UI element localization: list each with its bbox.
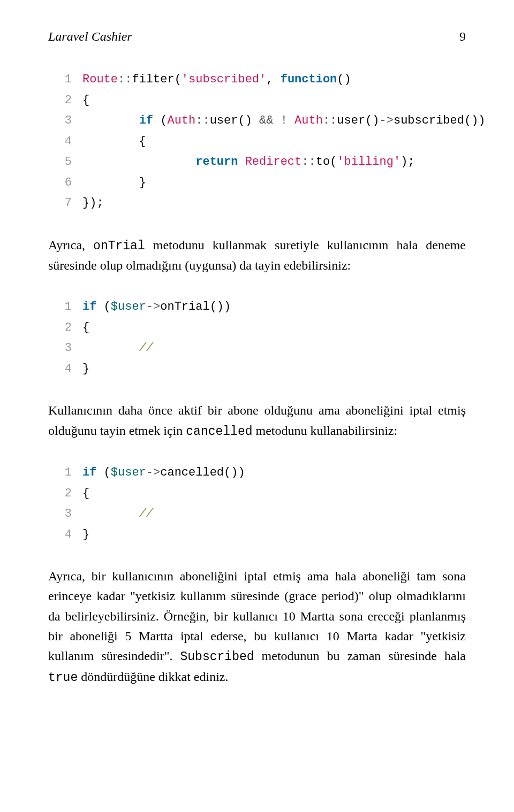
line-number: 6	[48, 173, 82, 194]
code-content: });	[82, 193, 104, 214]
text: metodunun bu zaman süresinde hala	[254, 649, 466, 663]
code-line: 4}	[48, 525, 466, 546]
line-number: 7	[48, 193, 82, 214]
inline-code: cancelled	[186, 425, 252, 439]
code-content: //	[82, 338, 153, 359]
line-number: 3	[48, 338, 82, 359]
code-content: }	[82, 173, 146, 194]
page-number: 9	[459, 29, 466, 44]
code-line: 3 //	[48, 504, 466, 525]
code-content: //	[82, 504, 153, 525]
code-content: }	[82, 359, 89, 380]
page: Laravel Cashier 9 1Route::filter('subscr…	[0, 0, 514, 812]
code-content: Route::filter('subscribed', function()	[82, 70, 351, 90]
line-number: 4	[48, 132, 82, 152]
code-content: }	[82, 525, 89, 546]
code-line: 1if ($user->cancelled())	[48, 463, 466, 484]
inline-code: onTrial	[93, 239, 145, 253]
line-number: 3	[48, 504, 82, 525]
code-line: 3 if (Auth::user() && ! Auth::user()->su…	[48, 111, 466, 132]
code-content: if ($user->cancelled())	[82, 463, 245, 484]
page-header: Laravel Cashier 9	[48, 29, 466, 44]
line-number: 1	[48, 70, 82, 90]
code-content: {	[82, 132, 146, 152]
line-number: 5	[48, 152, 82, 173]
code-line: 2{	[48, 90, 466, 111]
code-line: 4}	[48, 359, 466, 380]
code-content: {	[82, 318, 89, 339]
text: döndürdüğüne dikkat ediniz.	[78, 670, 228, 684]
inline-code: true	[48, 671, 78, 685]
code-content: {	[82, 90, 89, 111]
line-number: 2	[48, 90, 82, 111]
header-title: Laravel Cashier	[48, 29, 132, 44]
code-block-3: 1if ($user->cancelled())2{3 //4}	[48, 463, 466, 545]
code-content: {	[82, 484, 89, 504]
line-number: 4	[48, 359, 82, 380]
paragraph-3: Ayrıca, bir kullanıcının aboneliğini ipt…	[48, 566, 466, 687]
paragraph-1: Ayrıca, onTrial metodunu kullanmak suret…	[48, 235, 466, 276]
code-content: if ($user->onTrial())	[82, 297, 231, 318]
code-block-1: 1Route::filter('subscribed', function()2…	[48, 70, 466, 214]
code-line: 2{	[48, 318, 466, 339]
line-number: 2	[48, 484, 82, 504]
code-line: 3 //	[48, 338, 466, 359]
text: metodunu kullanabilirsiniz:	[253, 424, 398, 438]
line-number: 4	[48, 525, 82, 546]
code-line: 1Route::filter('subscribed', function()	[48, 70, 466, 90]
code-line: 4 {	[48, 132, 466, 152]
text: Ayrıca,	[48, 238, 93, 252]
line-number: 1	[48, 463, 82, 484]
code-line: 2{	[48, 484, 466, 504]
code-content: if (Auth::user() && ! Auth::user()->subs…	[82, 111, 486, 132]
code-line: 6 }	[48, 173, 466, 194]
line-number: 1	[48, 297, 82, 318]
line-number: 3	[48, 111, 82, 132]
line-number: 2	[48, 318, 82, 339]
code-line: 7});	[48, 193, 466, 214]
code-block-2: 1if ($user->onTrial())2{3 //4}	[48, 297, 466, 379]
code-line: 5 return Redirect::to('billing');	[48, 152, 466, 173]
code-content: return Redirect::to('billing');	[82, 152, 415, 173]
code-line: 1if ($user->onTrial())	[48, 297, 466, 318]
paragraph-2: Kullanıcının daha önce aktif bir abone o…	[48, 401, 466, 441]
inline-code: Subscribed	[180, 650, 254, 664]
